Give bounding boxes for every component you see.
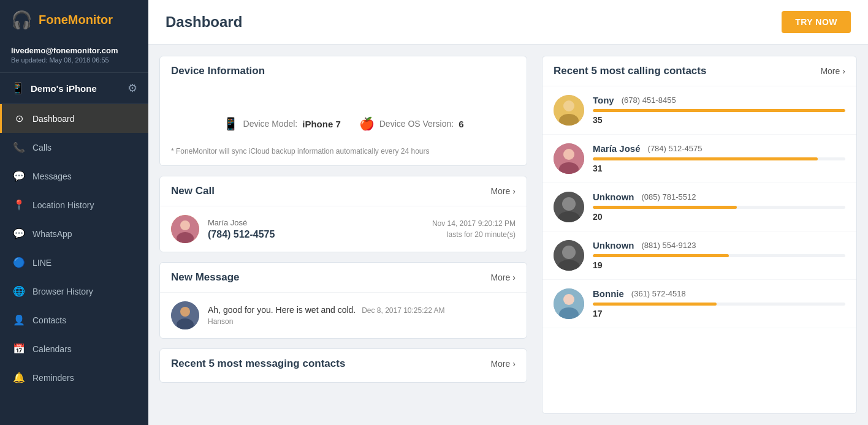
sidebar-item-label: Location History [32,200,94,210]
message-sender: Hanson [208,317,516,326]
contact-row-maria-jose: María José (784) 512-4575 31 [542,135,856,183]
call-date: Nov 14, 2017 9:20:12 PM [432,219,516,228]
svg-point-1 [180,220,190,230]
contact-details-unknown1: Unknown (085) 781-5512 20 [593,192,845,222]
svg-point-13 [562,197,576,211]
recent-messaging-title: Recent 5 most messaging contacts [171,358,345,370]
progress-bar [593,109,845,112]
call-count: 35 [593,115,603,125]
call-count: 19 [593,260,603,270]
apple-icon: 🍎 [359,116,375,131]
call-duration: lasts for 20 minute(s) [432,230,516,239]
reminders-icon: 🔔 [13,372,25,383]
avatar [171,301,199,329]
location-icon: 📍 [13,199,25,211]
sidebar-item-calendars[interactable]: 📅 Calendars [0,334,148,363]
contact-phone: (881) 554-9123 [642,241,696,250]
content-area: Device Information 📱 Device Model: iPhon… [148,45,868,425]
recent-calling-card: Recent 5 most calling contacts More › [542,56,857,414]
new-call-more-link[interactable]: More › [490,186,516,196]
message-text: Ah, good for you. Here is wet and cold. … [208,305,516,315]
recent-messaging-card: Recent 5 most messaging contacts More › [159,348,527,383]
progress-fill [593,109,845,112]
device-os-value: 6 [459,119,463,129]
avatar [171,215,199,243]
device-model-value: iPhone 7 [302,119,341,129]
recent-messaging-header: Recent 5 most messaging contacts More › [160,349,527,370]
contact-details-bonnie: Bonnie (361) 572-4518 17 [593,288,845,319]
main-area: Dashboard TRY NOW Device Information 📱 D… [148,0,868,425]
settings-icon[interactable]: ⚙ [128,81,137,95]
call-item: María José (784) 512-4575 Nov 14, 2017 9… [160,206,527,252]
sidebar-item-location-history[interactable]: 📍 Location History [0,190,148,219]
caller-phone: (784) 512-4575 [208,229,424,240]
chevron-right-icon: › [512,359,516,369]
sidebar-item-label: Messages [32,171,72,181]
device-info-card: Device Information 📱 Device Model: iPhon… [159,56,527,166]
user-updated: Be updated: May 08, 2018 06:55 [11,56,137,64]
svg-point-19 [563,294,574,305]
new-message-header: New Message More › [160,263,527,292]
progress-fill [593,206,737,209]
sidebar-item-label: Browser History [32,287,93,296]
dashboard-icon: ⊙ [13,113,25,124]
sidebar-item-label: Contacts [32,315,66,325]
contact-row-bonnie: Bonnie (361) 572-4518 17 [542,280,856,328]
page-title: Dashboard [166,13,242,31]
sidebar-item-label: Calls [32,143,51,152]
sidebar-item-contacts[interactable]: 👤 Contacts [0,306,148,334]
new-call-title: New Call [171,185,215,197]
sidebar-item-messages[interactable]: 💬 Messages [0,162,148,190]
device-model-field: 📱 Device Model: iPhone 7 [223,116,341,131]
call-count: 31 [593,164,603,173]
call-meta: Nov 14, 2017 9:20:12 PM lasts for 20 min… [432,219,516,239]
contact-name: Unknown [593,192,634,202]
svg-point-10 [563,149,574,160]
sidebar-item-calls[interactable]: 📞 Calls [0,133,148,162]
sidebar-device: 📱 Demo's iPhone ⚙ [0,73,148,104]
contact-phone: (784) 512-4575 [648,144,702,153]
device-info-content: 📱 Device Model: iPhone 7 🍎 Device OS Ver… [160,86,527,142]
contact-phone: (678) 451-8455 [622,96,676,105]
sidebar-item-reminders[interactable]: 🔔 Reminders [0,363,148,392]
device-note: * FoneMonitor will sync iCloud backup in… [160,142,527,165]
chevron-right-icon: › [842,66,845,76]
recent-calling-title: Recent 5 most calling contacts [554,65,706,77]
sidebar-item-browser-history[interactable]: 🌐 Browser History [0,277,148,306]
sidebar: 🎧 FoneMonitor livedemo@fonemonitor.com B… [0,0,148,425]
recent-messaging-more-link[interactable]: More › [490,359,516,369]
avatar [554,192,584,222]
new-message-title: New Message [171,271,240,284]
device-info-title: Device Information [171,65,265,77]
svg-point-7 [563,100,574,111]
sidebar-item-whatsapp[interactable]: 💬 WhatsApp [0,219,148,248]
sidebar-item-label: WhatsApp [32,229,72,239]
device-info-header: Device Information [160,56,527,86]
device-name: 📱 Demo's iPhone [11,81,97,95]
sidebar-item-line[interactable]: 🔵 LINE [0,248,148,277]
device-os-field: 🍎 Device OS Version: 6 [359,116,464,131]
sidebar-item-dashboard[interactable]: ⊙ Dashboard [0,104,148,133]
new-message-more-link[interactable]: More › [490,273,516,282]
progress-fill [593,254,729,257]
recent-calling-more-link[interactable]: More › [820,66,845,76]
logo-text: FoneMonitor [39,13,113,27]
caller-name: María José [208,218,424,227]
svg-point-4 [180,307,190,317]
avatar [554,143,584,174]
try-now-button[interactable]: TRY NOW [782,11,851,33]
progress-fill [593,303,717,306]
call-count: 20 [593,212,603,222]
progress-bar [593,157,845,160]
contact-phone: (085) 781-5512 [642,192,696,201]
sidebar-logo: 🎧 FoneMonitor [0,0,148,40]
contact-row-unknown2: Unknown (881) 554-9123 19 [542,231,856,280]
avatar [554,95,584,126]
contact-name: María José [593,143,641,154]
progress-bar [593,206,845,209]
new-message-card: New Message More › [159,262,527,339]
sidebar-item-label: LINE [32,258,51,268]
chevron-right-icon: › [512,186,516,196]
contact-row-unknown1: Unknown (085) 781-5512 20 [542,183,856,231]
contact-name: Bonnie [593,288,624,299]
